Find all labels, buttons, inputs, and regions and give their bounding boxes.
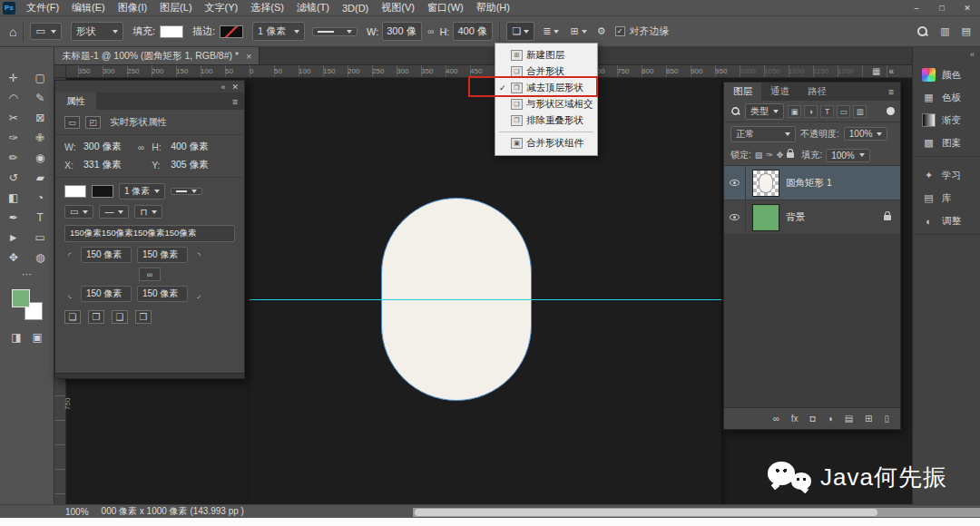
panel-adjustments[interactable]: ◐调整 xyxy=(913,209,980,232)
menubar-item-1[interactable]: 文件(F) xyxy=(20,0,65,16)
layer-fill-select[interactable]: 100% xyxy=(826,149,870,162)
lock-transparency-icon[interactable]: ▨ xyxy=(755,151,763,160)
menubar-item-7[interactable]: 滤镜(T) xyxy=(290,0,336,16)
brush-tool[interactable]: ✏ xyxy=(0,149,27,167)
stroke-cap-select[interactable]: — xyxy=(99,205,129,219)
history-brush-tool[interactable]: ↺ xyxy=(0,169,27,187)
path-alignment-button[interactable]: ≣ xyxy=(538,23,564,40)
layer-thumbnail[interactable] xyxy=(752,204,779,231)
eraser-tool[interactable]: ▰ xyxy=(27,169,54,187)
radius-top-right-field[interactable]: 150 像素 xyxy=(137,247,188,263)
panel-close-icon[interactable]: ✕ xyxy=(231,83,239,92)
healing-brush-tool[interactable]: ✙ xyxy=(27,129,54,147)
minimize-button[interactable]: – xyxy=(904,0,929,15)
align-edges-checkbox[interactable]: ✓ xyxy=(615,26,625,36)
radius-bottom-left-field[interactable]: 150 像素 xyxy=(81,286,132,302)
adjustment-layer-icon[interactable]: ◑ xyxy=(828,414,833,424)
opacity-select[interactable]: 100% xyxy=(844,127,888,141)
filter-adjustment-icon[interactable]: ◑ xyxy=(804,105,818,118)
canvas[interactable] xyxy=(250,78,721,504)
shape-x-field[interactable]: 331 像素 xyxy=(83,159,131,171)
type-tool[interactable]: T xyxy=(27,209,54,227)
zoom-level[interactable]: 100% xyxy=(65,507,89,517)
panel-swatches[interactable]: ▦色板 xyxy=(913,86,980,109)
menubar-item-9[interactable]: 视图(V) xyxy=(375,0,421,16)
path-selection-tool[interactable]: ► xyxy=(0,229,27,247)
shape-tool[interactable]: ▭ xyxy=(27,229,54,247)
shape-stroke-type-select[interactable] xyxy=(171,188,202,195)
blend-mode-select[interactable]: 正常 xyxy=(730,126,796,142)
layer-style-icon[interactable]: fx xyxy=(791,414,799,424)
layer-thumbnail[interactable] xyxy=(752,170,779,197)
mask-props-icon[interactable]: ◰ xyxy=(85,116,101,129)
filter-type-icon[interactable]: T xyxy=(820,105,834,118)
tab-layers[interactable]: 图层 xyxy=(724,83,761,101)
lasso-tool[interactable]: ◠ xyxy=(0,89,27,107)
menubar-item-8[interactable]: 3D(D) xyxy=(336,1,375,15)
marquee-tool[interactable]: ▢ xyxy=(27,69,54,87)
stroke-swatch[interactable] xyxy=(220,25,243,38)
subtract-front-icon[interactable]: ❐ xyxy=(88,310,104,324)
layer-group-icon[interactable]: ▤ xyxy=(845,414,853,424)
panel-collapse-icon[interactable]: « xyxy=(220,83,225,92)
new-layer-icon[interactable]: ⊞ xyxy=(865,414,872,424)
stroke-type-select[interactable] xyxy=(312,27,358,36)
menubar-item-3[interactable]: 图像(I) xyxy=(112,0,153,16)
gradient-tool[interactable]: ◧ xyxy=(0,189,27,207)
layer-name[interactable]: 圆角矩形 1 xyxy=(786,177,832,190)
filter-shape-icon[interactable]: ▭ xyxy=(837,105,850,118)
panel-resize-grip[interactable] xyxy=(55,373,244,378)
blur-tool[interactable]: ◔ xyxy=(27,189,54,207)
home-icon[interactable]: ⌂ xyxy=(9,24,16,39)
shape-width-field[interactable]: 300 像素 xyxy=(83,141,131,153)
tab-paths[interactable]: 路径 xyxy=(799,83,836,101)
menubar-item-5[interactable]: 文字(Y) xyxy=(199,0,245,16)
tab-channels[interactable]: 通道 xyxy=(761,83,799,101)
visibility-toggle[interactable] xyxy=(724,200,746,234)
filter-smart-icon[interactable]: ▥ xyxy=(853,105,867,118)
menubar-item-2[interactable]: 编辑(E) xyxy=(65,0,112,16)
move-tool[interactable]: ✛ xyxy=(0,69,27,87)
path-operations-button[interactable]: ❏ xyxy=(506,22,534,41)
quick-mask-button[interactable]: ◨ xyxy=(11,331,21,344)
visibility-toggle[interactable] xyxy=(724,166,746,200)
tool-preset-picker[interactable]: ▭ xyxy=(30,23,61,40)
eyedropper-tool[interactable]: ✑ xyxy=(0,129,27,147)
stroke-align-select[interactable]: ▭ xyxy=(64,205,93,219)
merge-shape-components-menu-item[interactable]: ▣合并形状组件 xyxy=(495,135,597,151)
radius-top-left-field[interactable]: 150 像素 xyxy=(81,247,132,263)
menubar-item-10[interactable]: 窗口(W) xyxy=(421,0,470,16)
lock-position-icon[interactable]: ✥ xyxy=(777,151,784,160)
scrollbar-thumb[interactable] xyxy=(415,509,877,516)
link-layers-icon[interactable]: ∞ xyxy=(773,414,779,424)
filter-type-select[interactable]: 类型 xyxy=(745,103,784,120)
collapse-panels-icon[interactable]: « xyxy=(888,66,894,76)
intersect-shape-areas-menu-item[interactable]: ❑与形状区域相交 xyxy=(495,96,597,112)
menubar-item-4[interactable]: 图层(L) xyxy=(153,0,198,16)
shape-height-field[interactable]: 400 像素 xyxy=(171,141,218,153)
frame-tool[interactable]: ⊠ xyxy=(27,109,54,127)
crop-tool[interactable]: ✂ xyxy=(0,109,27,127)
shape-stroke-width-select[interactable]: 1 像素 xyxy=(119,183,165,200)
panel-patterns[interactable]: ▩图案 xyxy=(913,132,980,154)
tab-close-icon[interactable]: × xyxy=(246,51,251,62)
exclude-overlapping-shapes-menu-item[interactable]: ❒排除重叠形状 xyxy=(495,112,597,129)
pen-tool[interactable]: ✒ xyxy=(0,209,27,227)
horizontal-scrollbar[interactable] xyxy=(413,508,980,517)
clone-stamp-tool[interactable]: ◉ xyxy=(27,149,54,167)
dock-grid-icon[interactable]: ▦ xyxy=(872,66,880,76)
edit-toolbar-icon[interactable]: ⋯ xyxy=(0,268,54,280)
tab-properties[interactable]: 属性 xyxy=(55,93,96,110)
layers-menu-icon[interactable]: ≡ xyxy=(882,86,900,97)
workspace-icon[interactable]: ▤ xyxy=(962,25,971,37)
radius-bottom-right-field[interactable]: 150 像素 xyxy=(137,286,188,302)
lock-all-icon[interactable] xyxy=(787,152,794,158)
filter-pixel-icon[interactable]: ▣ xyxy=(788,105,801,118)
quick-selection-tool[interactable]: ✎ xyxy=(27,89,54,107)
panel-layout-icon[interactable]: ▥ xyxy=(940,25,949,37)
fill-swatch[interactable] xyxy=(160,25,183,38)
layer-mask-icon[interactable]: ◘ xyxy=(810,414,816,424)
width-field[interactable]: 300 像 xyxy=(382,22,422,41)
strip-collapse-icon[interactable]: « xyxy=(970,50,975,59)
tool-mode-select[interactable]: 形状 xyxy=(71,22,123,41)
